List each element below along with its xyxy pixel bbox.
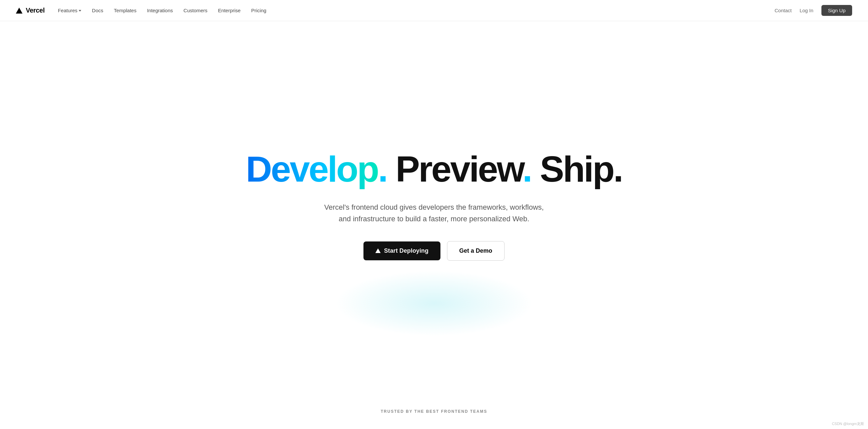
navbar: Vercel Features Docs Templates Integrati… [0,0,868,21]
hero-preview-text: Preview [387,148,522,189]
nav-item-docs[interactable]: Docs [92,8,103,13]
get-demo-button[interactable]: Get a Demo [447,241,504,261]
hero-dot-3: . [613,148,622,189]
login-link[interactable]: Log In [800,8,813,13]
nav-item-enterprise[interactable]: Enterprise [218,8,241,13]
trusted-section: TRUSTED BY THE BEST FRONTEND TEAMS [0,403,868,427]
trusted-label: TRUSTED BY THE BEST FRONTEND TEAMS [16,409,852,414]
nav-left: Vercel Features Docs Templates Integrati… [16,7,266,14]
nav-item-templates[interactable]: Templates [114,8,136,13]
nav-item-pricing[interactable]: Pricing [251,8,266,13]
contact-link[interactable]: Contact [774,8,792,13]
nav-item-integrations[interactable]: Integrations [147,8,173,13]
logo-triangle-icon [16,8,23,13]
hero-headline: Develop. Preview. Ship. [246,150,622,188]
hero-buttons: Start Deploying Get a Demo [364,241,504,261]
signup-button[interactable]: Sign Up [822,5,852,16]
hero-glow-decoration [335,270,533,336]
hero-develop-text: Develop [246,148,378,189]
nav-item-customers[interactable]: Customers [183,8,208,13]
chevron-down-icon [79,10,81,11]
hero-dot-1: . [378,148,387,189]
deploy-triangle-icon [375,249,381,253]
hero-dot-2: . [522,148,531,189]
hero-section: Develop. Preview. Ship. Vercel's fronten… [0,21,868,403]
logo-text: Vercel [26,7,44,14]
nav-item-features[interactable]: Features [58,8,81,13]
nav-right: Contact Log In Sign Up [774,5,852,16]
hero-subtitle: Vercel's frontend cloud gives developers… [324,201,544,225]
hero-ship-text: Ship [531,148,613,189]
start-deploying-button[interactable]: Start Deploying [364,241,440,260]
nav-links: Features Docs Templates Integrations Cus… [58,8,266,13]
nav-features-link[interactable]: Features [58,8,81,13]
logo-link[interactable]: Vercel [16,7,44,14]
